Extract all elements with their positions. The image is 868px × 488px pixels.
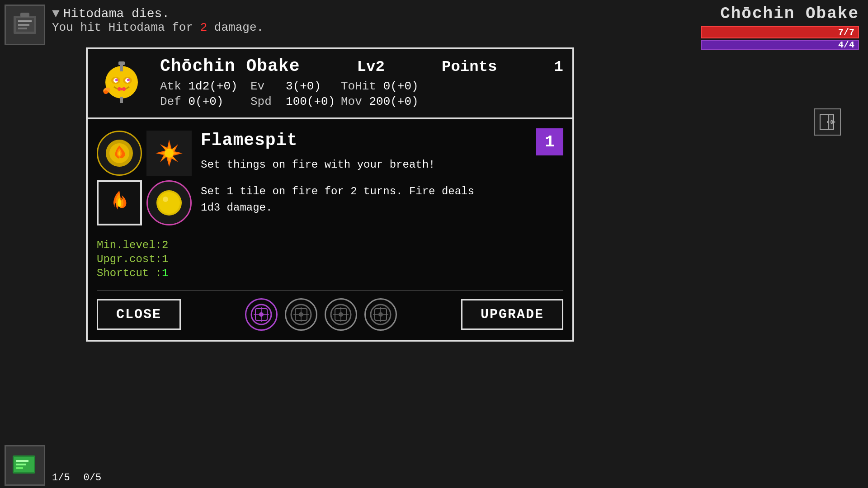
mov-label: Mov xyxy=(341,95,362,108)
skill-icon-ember[interactable] xyxy=(97,131,142,176)
stats-row-2: Def 0(+0) Spd 100(+0) Mov 200(+0) xyxy=(160,95,563,108)
bottom-inventory-icon[interactable] xyxy=(5,445,45,486)
skill-icons-column: Min.level:2 Upgr.cost:1 Shortcut :1 xyxy=(97,128,192,281)
skill-level-badge: 1 xyxy=(536,128,563,155)
skill-icons-row-1 xyxy=(97,131,192,176)
skill-meta: Min.level:2 Upgr.cost:1 Shortcut :1 xyxy=(97,239,192,281)
svg-rect-53 xyxy=(16,464,26,465)
log-line-1: ▼ Hitodama dies. xyxy=(52,7,687,21)
combat-log: ▼ Hitodama dies. You hit Hitodama for 2 … xyxy=(52,7,687,34)
def-value: 0(+0) xyxy=(188,95,223,108)
svg-rect-17 xyxy=(120,97,123,103)
log-line-2-suffix: damage. xyxy=(207,21,264,34)
spd-value: 100(+0) xyxy=(286,95,335,108)
top-right-info: Chōchin Obake 7/7 4/4 xyxy=(701,5,859,50)
top-character-name: Chōchin Obake xyxy=(701,5,859,23)
right-panel-icon[interactable] xyxy=(814,108,841,136)
atk-stat: Atk 1d2(+0) xyxy=(160,80,250,93)
mana-bar: 4/4 xyxy=(701,40,859,50)
svg-point-40 xyxy=(339,312,343,317)
svg-rect-4 xyxy=(18,28,27,29)
mov-value: 200(+0) xyxy=(369,95,418,108)
upgr-cost-label: Upgr.cost: xyxy=(97,253,162,265)
char-name: Chōchin Obake xyxy=(160,56,300,76)
skill-name: Flamespit xyxy=(201,131,563,150)
svg-rect-52 xyxy=(16,460,28,462)
svg-point-14 xyxy=(122,87,126,91)
shortcut-label: Shortcut : xyxy=(97,267,162,279)
bottom-status: 1/5 0/5 xyxy=(52,472,101,483)
points-value: 1 xyxy=(554,58,563,75)
ev-value: 3(+0) xyxy=(286,80,321,93)
svg-rect-2 xyxy=(18,20,32,22)
upgrade-button[interactable]: UPGRADE xyxy=(461,299,563,330)
svg-point-30 xyxy=(259,312,264,317)
skill-slot-4[interactable] xyxy=(364,298,397,331)
svg-point-12 xyxy=(127,79,130,81)
svg-point-19 xyxy=(104,90,108,94)
svg-point-11 xyxy=(115,79,118,81)
min-level-value: 2 xyxy=(162,239,168,251)
log-arrow-icon: ▼ xyxy=(52,7,60,21)
shortcut-line: Shortcut :1 xyxy=(97,267,192,279)
level-label: Lv xyxy=(357,58,376,75)
mana-value: 4/4 xyxy=(838,40,854,50)
char-stats-content: Chōchin Obake Lv2 Points 1 Atk 1d2(+0) E… xyxy=(160,56,563,110)
atk-value: 1d2(+0) xyxy=(188,80,237,93)
min-level-label: Min.level: xyxy=(97,239,162,251)
log-line-2: You hit Hitodama for 2 damage. xyxy=(52,21,687,34)
svg-rect-16 xyxy=(118,61,125,65)
tohit-stat: ToHit 0(+0) xyxy=(341,80,431,93)
health-bar-container: 7/7 4/4 xyxy=(701,26,859,50)
svg-rect-54 xyxy=(16,467,23,469)
points-label: Points xyxy=(442,58,497,75)
status-slot-2: 0/5 xyxy=(84,472,102,483)
health-bar: 7/7 xyxy=(701,26,859,38)
tohit-label: ToHit xyxy=(341,80,376,93)
skill-text-column: Flamespit Set things on fire with your b… xyxy=(201,128,563,281)
char-name-row: Chōchin Obake Lv2 Points 1 xyxy=(160,56,563,76)
log-line-2-prefix: You hit Hitodama for xyxy=(52,21,200,34)
skill-slot-1[interactable] xyxy=(245,298,278,331)
svg-rect-5 xyxy=(20,13,29,17)
ev-label: Ev xyxy=(250,80,264,93)
tohit-value: 0(+0) xyxy=(383,80,419,93)
close-button[interactable]: CLOSE xyxy=(97,299,181,330)
inventory-icon[interactable] xyxy=(5,5,45,45)
stats-row-1: Atk 1d2(+0) Ev 3(+0) ToHit 0(+0) xyxy=(160,80,563,93)
svg-point-48 xyxy=(827,121,829,123)
skill-desc-long: Set 1 tile on fire for 2 turns. Fire dea… xyxy=(201,183,563,216)
svg-point-24 xyxy=(158,192,180,214)
skill-panel: 1 xyxy=(86,119,574,342)
status-slot-1: 1/5 xyxy=(52,472,70,483)
spd-stat: Spd 100(+0) xyxy=(250,95,341,108)
upgr-cost-value: 1 xyxy=(162,253,168,265)
shortcut-value: 1 xyxy=(162,267,168,279)
atk-label: Atk xyxy=(160,80,181,93)
skill-slot-2[interactable] xyxy=(285,298,317,331)
skill-main-content: Min.level:2 Upgr.cost:1 Shortcut :1 Flam… xyxy=(97,128,563,281)
upgr-cost-line: Upgr.cost:1 xyxy=(97,253,192,265)
svg-rect-3 xyxy=(18,24,29,26)
skill-slot-3[interactable] xyxy=(325,298,357,331)
char-stats-panel: Chōchin Obake Lv2 Points 1 Atk 1d2(+0) E… xyxy=(86,47,574,119)
skill-icon-flame-selected[interactable] xyxy=(97,180,142,225)
def-stat: Def 0(+0) xyxy=(160,95,250,108)
svg-point-45 xyxy=(378,312,383,317)
svg-point-35 xyxy=(299,312,303,317)
skill-icon-fire-burst[interactable] xyxy=(146,131,192,176)
skill-desc-long-line2: 1d3 damage. xyxy=(201,200,563,216)
def-label: Def xyxy=(160,95,181,108)
min-level-line: Min.level:2 xyxy=(97,239,192,251)
bottom-action-bar: CLOSE xyxy=(97,290,563,331)
svg-point-13 xyxy=(118,87,121,91)
health-value: 7/7 xyxy=(838,27,854,38)
skill-icon-orb[interactable] xyxy=(146,180,192,225)
log-line-1-text: Hitodama dies. xyxy=(63,7,170,21)
spd-label: Spd xyxy=(250,95,272,108)
skill-desc-long-line1: Set 1 tile on fire for 2 turns. Fire dea… xyxy=(201,183,563,200)
level-value: 2 xyxy=(375,58,384,75)
skill-slots xyxy=(245,298,397,331)
damage-value: 2 xyxy=(200,21,208,34)
mov-stat: Mov 200(+0) xyxy=(341,95,431,108)
